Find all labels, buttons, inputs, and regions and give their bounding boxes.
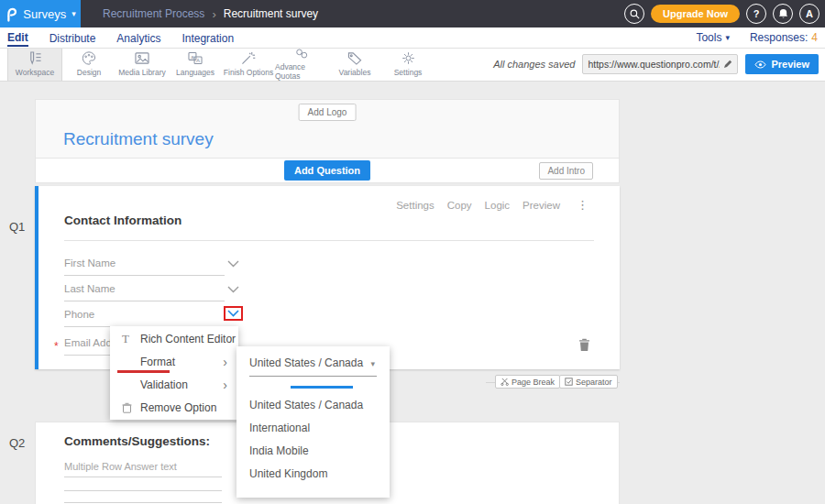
responses-label: Responses: xyxy=(750,31,808,44)
format-selected-value: United States / Canada xyxy=(249,356,363,369)
field-options-chevron-icon[interactable] xyxy=(227,286,239,293)
separator-button[interactable]: Separator xyxy=(559,375,618,389)
editor-toolbar: Workspace Design Media Library a A Langu… xyxy=(0,48,825,82)
question-logic-button[interactable]: Logic xyxy=(485,200,511,211)
field-options-chevron-icon[interactable] xyxy=(227,260,239,268)
survey-title[interactable]: Recruitment survey xyxy=(63,129,214,149)
translate-icon: a A xyxy=(187,51,204,65)
answer-line xyxy=(64,502,222,503)
magic-wand-icon xyxy=(240,51,257,65)
top-bar: Surveys ▾ Recruitment Process › Recruitm… xyxy=(0,0,825,27)
menu-item-label: Validation xyxy=(140,378,188,391)
tools-menu[interactable]: Tools ▾ xyxy=(696,31,730,44)
format-options-list: United States / Canada International Ind… xyxy=(249,394,363,486)
menu-item-rich-content-editor[interactable]: T Rich Content Editor xyxy=(110,327,238,350)
question-actions: Settings Copy Logic Preview ⋮ xyxy=(396,198,588,212)
scissors-icon xyxy=(500,378,509,386)
selected-option-indicator xyxy=(291,386,353,389)
tab-edit[interactable]: Edit xyxy=(7,29,28,47)
breadcrumb-parent[interactable]: Recruitment Process xyxy=(103,7,204,20)
survey-header-card: Add Logo Recruitment survey Add Question… xyxy=(35,99,620,183)
gear-icon xyxy=(401,51,416,65)
surveys-product-menu[interactable]: Surveys ▾ xyxy=(0,0,81,27)
caret-down-icon: ▾ xyxy=(72,9,76,18)
main-nav: Edit Distribute Analytics Integration To… xyxy=(0,27,825,49)
account-avatar[interactable]: A xyxy=(799,4,820,24)
upgrade-now-button[interactable]: Upgrade Now xyxy=(651,5,740,23)
tab-analytics[interactable]: Analytics xyxy=(116,30,160,46)
add-intro-button[interactable]: Add Intro xyxy=(539,162,593,180)
add-logo-button[interactable]: Add Logo xyxy=(299,104,357,121)
notifications-button[interactable] xyxy=(773,4,793,24)
question-settings-button[interactable]: Settings xyxy=(396,200,434,211)
page-break-button[interactable]: Page Break xyxy=(495,375,560,389)
divider xyxy=(64,240,594,241)
menu-item-remove-option[interactable]: Remove Option xyxy=(110,396,238,419)
question-title[interactable]: Comments/Suggestions: xyxy=(64,434,210,448)
tab-integration[interactable]: Integration xyxy=(182,30,234,46)
menu-item-validation[interactable]: Validation › xyxy=(110,373,238,396)
toolbar-item-workspace[interactable]: Workspace xyxy=(7,48,62,81)
toolbar-item-settings[interactable]: Settings xyxy=(381,48,434,81)
question-number-q2: Q2 xyxy=(9,436,25,450)
field-first-name[interactable]: First Name xyxy=(64,257,225,276)
quota-links-icon xyxy=(293,48,310,60)
responses-link[interactable]: Responses: 4 xyxy=(750,31,818,44)
questionpro-survey-editor: Surveys ▾ Recruitment Process › Recruitm… xyxy=(0,0,825,504)
search-icon xyxy=(630,9,640,19)
format-submenu-panel: United States / Canada ▾ United States /… xyxy=(236,346,390,498)
question-preview-button[interactable]: Preview xyxy=(522,200,560,211)
toolbar-item-label: Languages xyxy=(176,68,214,77)
help-icon: ? xyxy=(754,8,760,19)
search-button[interactable] xyxy=(624,4,644,24)
save-status: All changes saved xyxy=(493,59,575,70)
toolbar-item-media-library[interactable]: Media Library xyxy=(116,48,169,81)
edit-url-pencil-icon[interactable] xyxy=(723,60,732,69)
select-caret-icon: ▾ xyxy=(370,359,375,368)
delete-question-button[interactable] xyxy=(578,338,590,352)
tools-label: Tools xyxy=(696,31,721,44)
multi-row-answer-placeholder[interactable]: Multiple Row Answer text xyxy=(64,461,222,477)
help-button[interactable]: ? xyxy=(746,4,766,24)
toolbar-item-design[interactable]: Design xyxy=(62,48,116,81)
format-option-international[interactable]: International xyxy=(249,417,363,440)
menu-item-label: Format xyxy=(140,356,175,368)
phone-options-chevron-icon[interactable] xyxy=(227,310,239,317)
toolbar-item-label: Settings xyxy=(394,68,423,77)
submenu-chevron-right-icon: › xyxy=(223,378,227,392)
svg-text:a: a xyxy=(191,53,194,60)
toolbar-item-variables[interactable]: Variables xyxy=(328,48,381,81)
toolbar-item-advance-quotas[interactable]: Advance Quotas xyxy=(275,48,328,81)
svg-text:A: A xyxy=(196,57,201,63)
survey-header-actions: Add Question Add Intro xyxy=(35,158,620,183)
questionpro-logo-icon xyxy=(5,6,17,22)
field-last-name[interactable]: Last Name xyxy=(64,283,225,301)
trash-icon xyxy=(122,402,140,413)
annotation-highlight-box xyxy=(224,306,243,321)
format-option-us-canada[interactable]: United States / Canada xyxy=(249,394,363,417)
toolbar-item-label: Finish Options xyxy=(224,68,273,77)
format-option-united-kingdom[interactable]: United Kingdom xyxy=(249,463,363,486)
survey-url-field[interactable]: https://www.questionpro.com/t/APNrFZ xyxy=(582,54,738,74)
tab-distribute[interactable]: Distribute xyxy=(50,30,96,46)
toolbar-right: All changes saved https://www.questionpr… xyxy=(493,48,825,81)
toolbar-item-languages[interactable]: a A Languages xyxy=(169,48,222,81)
question-copy-button[interactable]: Copy xyxy=(447,200,472,211)
survey-title-section: Add Logo Recruitment survey xyxy=(35,99,620,158)
field-phone[interactable]: Phone xyxy=(64,309,225,327)
page-break-label: Page Break xyxy=(512,378,555,387)
product-label: Surveys xyxy=(23,7,66,21)
toolbar-item-finish-options[interactable]: Finish Options xyxy=(222,48,275,81)
menu-item-label: Rich Content Editor xyxy=(140,333,236,345)
menu-item-format[interactable]: Format › xyxy=(110,350,238,373)
format-select[interactable]: United States / Canada ▾ xyxy=(249,356,377,377)
question-title[interactable]: Contact Information xyxy=(64,214,182,227)
more-options-icon[interactable]: ⋮ xyxy=(577,198,588,212)
format-option-india-mobile[interactable]: India Mobile xyxy=(249,440,363,463)
nav-right: Tools ▾ Responses: 4 xyxy=(696,31,825,44)
responses-count: 4 xyxy=(811,31,818,44)
image-icon xyxy=(134,51,150,65)
preview-button[interactable]: Preview xyxy=(745,54,819,74)
add-question-button[interactable]: Add Question xyxy=(284,160,370,181)
palette-icon xyxy=(81,51,97,65)
